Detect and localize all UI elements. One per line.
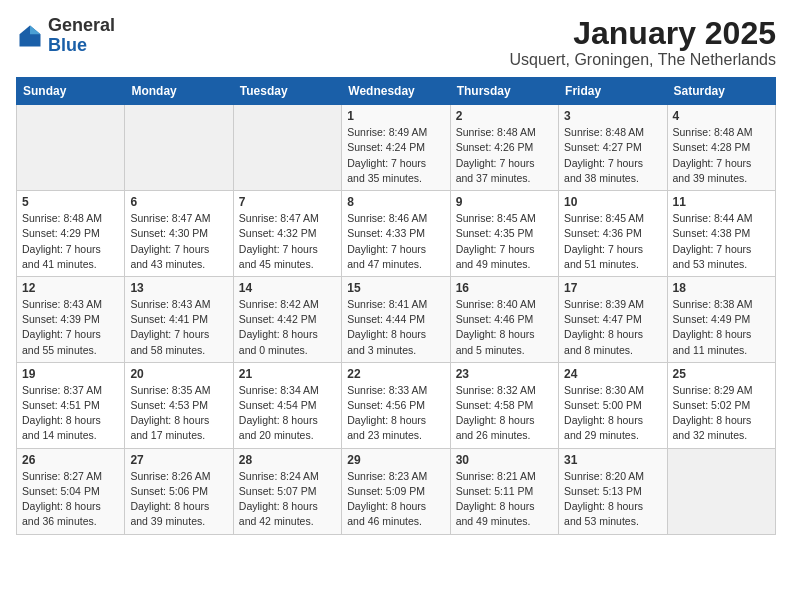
calendar-cell: 12Sunrise: 8:43 AM Sunset: 4:39 PM Dayli… <box>17 276 125 362</box>
calendar-cell: 29Sunrise: 8:23 AM Sunset: 5:09 PM Dayli… <box>342 448 450 534</box>
day-info: Sunrise: 8:45 AM Sunset: 4:36 PM Dayligh… <box>564 211 661 272</box>
calendar-table: SundayMondayTuesdayWednesdayThursdayFrid… <box>16 77 776 534</box>
day-number: 15 <box>347 281 444 295</box>
day-info: Sunrise: 8:48 AM Sunset: 4:28 PM Dayligh… <box>673 125 770 186</box>
day-info: Sunrise: 8:24 AM Sunset: 5:07 PM Dayligh… <box>239 469 336 530</box>
day-info: Sunrise: 8:45 AM Sunset: 4:35 PM Dayligh… <box>456 211 553 272</box>
calendar-week-3: 12Sunrise: 8:43 AM Sunset: 4:39 PM Dayli… <box>17 276 776 362</box>
calendar-cell: 11Sunrise: 8:44 AM Sunset: 4:38 PM Dayli… <box>667 191 775 277</box>
day-info: Sunrise: 8:34 AM Sunset: 4:54 PM Dayligh… <box>239 383 336 444</box>
day-number: 16 <box>456 281 553 295</box>
day-info: Sunrise: 8:48 AM Sunset: 4:26 PM Dayligh… <box>456 125 553 186</box>
calendar-cell: 1Sunrise: 8:49 AM Sunset: 4:24 PM Daylig… <box>342 105 450 191</box>
calendar-cell: 19Sunrise: 8:37 AM Sunset: 4:51 PM Dayli… <box>17 362 125 448</box>
day-number: 23 <box>456 367 553 381</box>
day-number: 8 <box>347 195 444 209</box>
calendar-cell <box>233 105 341 191</box>
calendar-cell: 4Sunrise: 8:48 AM Sunset: 4:28 PM Daylig… <box>667 105 775 191</box>
weekday-header-wednesday: Wednesday <box>342 78 450 105</box>
calendar-cell: 10Sunrise: 8:45 AM Sunset: 4:36 PM Dayli… <box>559 191 667 277</box>
day-number: 19 <box>22 367 119 381</box>
day-info: Sunrise: 8:33 AM Sunset: 4:56 PM Dayligh… <box>347 383 444 444</box>
day-number: 10 <box>564 195 661 209</box>
day-info: Sunrise: 8:30 AM Sunset: 5:00 PM Dayligh… <box>564 383 661 444</box>
day-number: 1 <box>347 109 444 123</box>
day-info: Sunrise: 8:47 AM Sunset: 4:30 PM Dayligh… <box>130 211 227 272</box>
day-info: Sunrise: 8:35 AM Sunset: 4:53 PM Dayligh… <box>130 383 227 444</box>
logo-general-text: General <box>48 15 115 35</box>
weekday-header-row: SundayMondayTuesdayWednesdayThursdayFrid… <box>17 78 776 105</box>
calendar-cell: 9Sunrise: 8:45 AM Sunset: 4:35 PM Daylig… <box>450 191 558 277</box>
calendar-cell: 5Sunrise: 8:48 AM Sunset: 4:29 PM Daylig… <box>17 191 125 277</box>
day-info: Sunrise: 8:48 AM Sunset: 4:29 PM Dayligh… <box>22 211 119 272</box>
calendar-cell <box>17 105 125 191</box>
day-number: 26 <box>22 453 119 467</box>
logo-icon <box>16 22 44 50</box>
calendar-cell: 20Sunrise: 8:35 AM Sunset: 4:53 PM Dayli… <box>125 362 233 448</box>
day-number: 5 <box>22 195 119 209</box>
day-info: Sunrise: 8:46 AM Sunset: 4:33 PM Dayligh… <box>347 211 444 272</box>
calendar-cell: 30Sunrise: 8:21 AM Sunset: 5:11 PM Dayli… <box>450 448 558 534</box>
logo-blue-text: Blue <box>48 35 87 55</box>
weekday-header-monday: Monday <box>125 78 233 105</box>
day-number: 24 <box>564 367 661 381</box>
day-number: 31 <box>564 453 661 467</box>
day-info: Sunrise: 8:21 AM Sunset: 5:11 PM Dayligh… <box>456 469 553 530</box>
day-info: Sunrise: 8:44 AM Sunset: 4:38 PM Dayligh… <box>673 211 770 272</box>
calendar-cell: 18Sunrise: 8:38 AM Sunset: 4:49 PM Dayli… <box>667 276 775 362</box>
calendar-cell: 6Sunrise: 8:47 AM Sunset: 4:30 PM Daylig… <box>125 191 233 277</box>
day-info: Sunrise: 8:43 AM Sunset: 4:39 PM Dayligh… <box>22 297 119 358</box>
calendar-subtitle: Usquert, Groningen, The Netherlands <box>509 51 776 69</box>
day-number: 14 <box>239 281 336 295</box>
calendar-cell: 15Sunrise: 8:41 AM Sunset: 4:44 PM Dayli… <box>342 276 450 362</box>
weekday-header-thursday: Thursday <box>450 78 558 105</box>
day-number: 22 <box>347 367 444 381</box>
day-number: 6 <box>130 195 227 209</box>
calendar-cell: 27Sunrise: 8:26 AM Sunset: 5:06 PM Dayli… <box>125 448 233 534</box>
day-info: Sunrise: 8:27 AM Sunset: 5:04 PM Dayligh… <box>22 469 119 530</box>
calendar-cell: 13Sunrise: 8:43 AM Sunset: 4:41 PM Dayli… <box>125 276 233 362</box>
day-info: Sunrise: 8:43 AM Sunset: 4:41 PM Dayligh… <box>130 297 227 358</box>
day-info: Sunrise: 8:38 AM Sunset: 4:49 PM Dayligh… <box>673 297 770 358</box>
day-number: 12 <box>22 281 119 295</box>
calendar-cell: 23Sunrise: 8:32 AM Sunset: 4:58 PM Dayli… <box>450 362 558 448</box>
calendar-cell: 2Sunrise: 8:48 AM Sunset: 4:26 PM Daylig… <box>450 105 558 191</box>
day-number: 4 <box>673 109 770 123</box>
calendar-week-4: 19Sunrise: 8:37 AM Sunset: 4:51 PM Dayli… <box>17 362 776 448</box>
day-number: 2 <box>456 109 553 123</box>
page-header: General Blue January 2025 Usquert, Groni… <box>16 16 776 69</box>
calendar-cell: 28Sunrise: 8:24 AM Sunset: 5:07 PM Dayli… <box>233 448 341 534</box>
svg-marker-1 <box>30 25 41 34</box>
day-number: 13 <box>130 281 227 295</box>
calendar-cell: 26Sunrise: 8:27 AM Sunset: 5:04 PM Dayli… <box>17 448 125 534</box>
day-info: Sunrise: 8:29 AM Sunset: 5:02 PM Dayligh… <box>673 383 770 444</box>
calendar-title: January 2025 <box>509 16 776 51</box>
day-number: 9 <box>456 195 553 209</box>
calendar-cell: 25Sunrise: 8:29 AM Sunset: 5:02 PM Dayli… <box>667 362 775 448</box>
day-info: Sunrise: 8:47 AM Sunset: 4:32 PM Dayligh… <box>239 211 336 272</box>
day-number: 29 <box>347 453 444 467</box>
day-info: Sunrise: 8:26 AM Sunset: 5:06 PM Dayligh… <box>130 469 227 530</box>
calendar-cell: 31Sunrise: 8:20 AM Sunset: 5:13 PM Dayli… <box>559 448 667 534</box>
day-info: Sunrise: 8:41 AM Sunset: 4:44 PM Dayligh… <box>347 297 444 358</box>
calendar-cell: 14Sunrise: 8:42 AM Sunset: 4:42 PM Dayli… <box>233 276 341 362</box>
calendar-cell <box>125 105 233 191</box>
calendar-week-5: 26Sunrise: 8:27 AM Sunset: 5:04 PM Dayli… <box>17 448 776 534</box>
day-number: 30 <box>456 453 553 467</box>
day-number: 11 <box>673 195 770 209</box>
calendar-cell: 24Sunrise: 8:30 AM Sunset: 5:00 PM Dayli… <box>559 362 667 448</box>
day-number: 18 <box>673 281 770 295</box>
title-block: January 2025 Usquert, Groningen, The Net… <box>509 16 776 69</box>
calendar-cell: 16Sunrise: 8:40 AM Sunset: 4:46 PM Dayli… <box>450 276 558 362</box>
day-info: Sunrise: 8:49 AM Sunset: 4:24 PM Dayligh… <box>347 125 444 186</box>
calendar-cell: 8Sunrise: 8:46 AM Sunset: 4:33 PM Daylig… <box>342 191 450 277</box>
day-number: 20 <box>130 367 227 381</box>
logo: General Blue <box>16 16 115 56</box>
calendar-cell: 17Sunrise: 8:39 AM Sunset: 4:47 PM Dayli… <box>559 276 667 362</box>
day-number: 27 <box>130 453 227 467</box>
calendar-cell: 7Sunrise: 8:47 AM Sunset: 4:32 PM Daylig… <box>233 191 341 277</box>
day-number: 3 <box>564 109 661 123</box>
calendar-cell: 21Sunrise: 8:34 AM Sunset: 4:54 PM Dayli… <box>233 362 341 448</box>
day-number: 28 <box>239 453 336 467</box>
calendar-cell <box>667 448 775 534</box>
